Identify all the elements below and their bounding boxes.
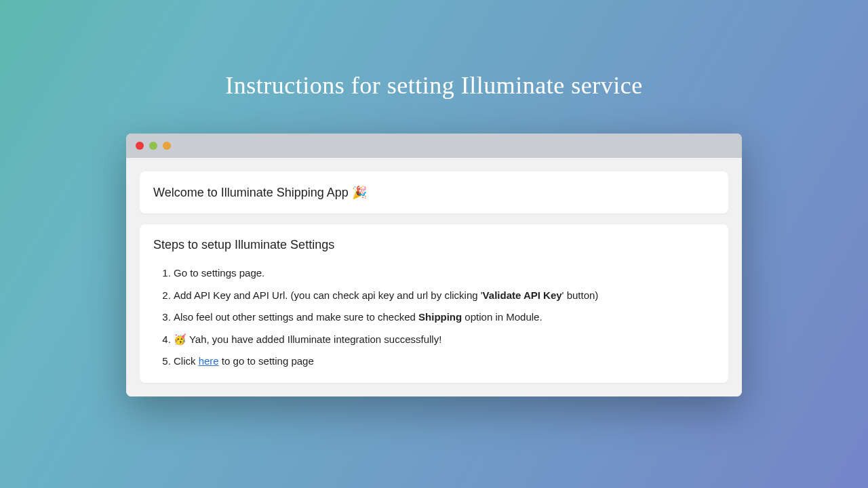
step-3-prefix: Also feel out other settings and make su…	[174, 311, 418, 323]
step-2-bold: Validate API Key	[483, 289, 562, 301]
steps-title: Steps to setup Illuminate Settings	[153, 238, 715, 252]
step-2-suffix: ' button)	[562, 289, 599, 301]
step-item-2: Add API Key and API Url. (you can check …	[174, 288, 715, 304]
step-item-1: Go to settings page.	[174, 266, 715, 281]
app-window: Welcome to Illuminate Shipping App 🎉 Ste…	[126, 134, 742, 396]
steps-card: Steps to setup Illuminate Settings Go to…	[140, 224, 728, 383]
step-item-5: Click here to go to setting page	[174, 354, 715, 369]
window-content: Welcome to Illuminate Shipping App 🎉 Ste…	[126, 158, 742, 396]
step-5-suffix: to go to setting page	[219, 355, 314, 367]
minimize-icon[interactable]	[149, 142, 157, 150]
maximize-icon[interactable]	[163, 142, 171, 150]
step-item-3: Also feel out other settings and make su…	[174, 310, 715, 325]
step-3-suffix: option in Module.	[462, 311, 542, 323]
step-5-prefix: Click	[174, 355, 199, 367]
welcome-card: Welcome to Illuminate Shipping App 🎉	[140, 171, 728, 214]
welcome-text: Welcome to Illuminate Shipping App 🎉	[153, 185, 715, 200]
page-title: Instructions for setting Illuminate serv…	[0, 71, 868, 100]
step-item-4: 🥳 Yah, you have added Illuminate integra…	[174, 332, 715, 348]
steps-list: Go to settings page. Add API Key and API…	[153, 266, 715, 369]
settings-link[interactable]: here	[199, 355, 219, 367]
window-titlebar	[126, 134, 742, 158]
step-2-prefix: Add API Key and API Url. (you can check …	[174, 289, 483, 301]
step-3-bold: Shipping	[418, 311, 462, 323]
close-icon[interactable]	[136, 142, 144, 150]
